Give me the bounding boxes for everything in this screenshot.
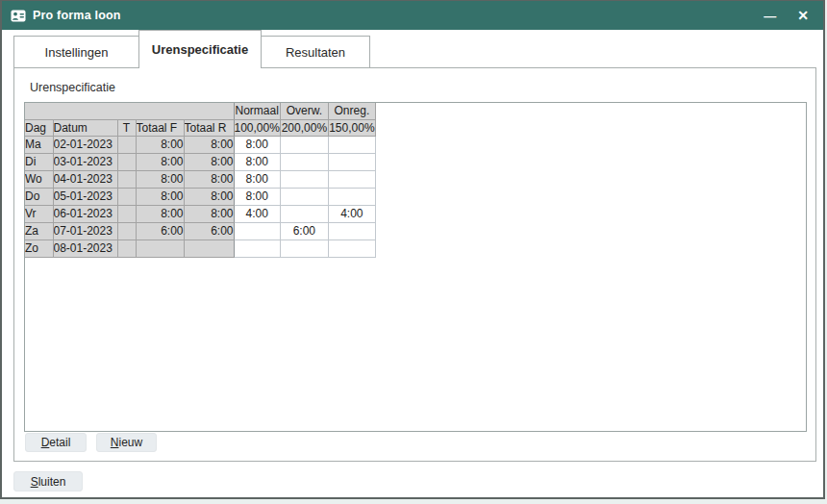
tab-resultaten[interactable]: Resultaten [261, 36, 370, 67]
group-header-row: Normaal Overw. Onreg. [25, 103, 375, 119]
group-header-onreg: Onreg. [328, 103, 375, 119]
grid-data-cell[interactable] [328, 170, 375, 188]
grid-fixed-cell[interactable] [117, 170, 136, 188]
grid-data-cell[interactable] [234, 239, 280, 257]
grid-data-cell[interactable]: 4:00 [234, 205, 280, 222]
tab-instellingen[interactable]: Instellingen [13, 36, 139, 67]
grid-fixed-cell[interactable]: Za [25, 222, 53, 239]
grid-fixed-cell[interactable]: 07-01-2023 [53, 222, 117, 239]
grid-fixed-cell[interactable]: 04-01-2023 [53, 170, 117, 188]
minimize-icon[interactable]: — [761, 8, 779, 24]
grid-data-cell[interactable]: 8:00 [234, 188, 280, 205]
column-header-row: Dag Datum T Totaal F Totaal R 100,00% 20… [25, 119, 375, 136]
grid-fixed-cell[interactable]: 8:00 [136, 205, 184, 222]
grid-fixed-cell[interactable]: 8:00 [136, 136, 184, 153]
col-header-totaal-r: Totaal R [184, 119, 234, 136]
col-header-datum: Datum [53, 119, 117, 136]
grid-data-cell[interactable] [328, 239, 375, 257]
grid-fixed-cell[interactable] [117, 153, 136, 170]
grid-row: Vr06-01-20238:008:004:004:00 [25, 205, 375, 222]
grid-fixed-cell[interactable]: Di [25, 153, 53, 170]
grid-data-cell[interactable] [280, 136, 328, 153]
grid-data-cell[interactable]: 6:00 [280, 222, 328, 239]
grid-data-cell[interactable]: 8:00 [234, 170, 280, 188]
col-header-t: T [117, 119, 136, 136]
grid-data-cell[interactable] [234, 222, 280, 239]
grid-fixed-cell[interactable]: 06-01-2023 [53, 205, 117, 222]
grid-data-cell[interactable] [328, 136, 375, 153]
group-header-normaal: Normaal [234, 103, 280, 119]
grid-fixed-cell[interactable]: Wo [25, 170, 53, 188]
grid-row: Di03-01-20238:008:008:00 [25, 153, 375, 170]
nieuw-button[interactable]: Nieuw [96, 433, 157, 452]
col-header-normaal-pct: 100,00% [234, 119, 280, 136]
grid-data-cell[interactable] [280, 205, 328, 222]
titlebar[interactable]: Pro forma loon — ✕ [2, 1, 823, 30]
grid-row: Ma02-01-20238:008:008:00 [25, 136, 375, 153]
grid-fixed-cell[interactable]: 05-01-2023 [53, 188, 117, 205]
grid-data-cell[interactable] [280, 170, 328, 188]
grid-fixed-cell[interactable]: 6:00 [184, 222, 234, 239]
window-title: Pro forma loon [33, 9, 121, 22]
grid-fixed-cell[interactable]: 8:00 [136, 188, 184, 205]
tab-label: Instellingen [45, 45, 109, 60]
grid-row: Do05-01-20238:008:008:00 [25, 188, 375, 205]
grid-fixed-cell[interactable] [117, 239, 136, 257]
grid-data-cell[interactable]: 4:00 [328, 205, 375, 222]
grid-fixed-cell[interactable] [117, 136, 136, 153]
col-header-totaal-f: Totaal F [136, 119, 184, 136]
grid-fixed-cell[interactable]: Vr [25, 205, 53, 222]
sluiten-button[interactable]: Sluiten [13, 471, 83, 491]
grid-fixed-cell[interactable]: 8:00 [136, 170, 184, 188]
grid-data-cell[interactable] [280, 188, 328, 205]
proforma-dialog: Pro forma loon — ✕ Instellingen Urenspec… [0, 0, 825, 499]
grid-row: Za07-01-20236:006:006:00 [25, 222, 375, 239]
grid-row: Wo04-01-20238:008:008:00 [25, 170, 375, 188]
grid-data-cell[interactable] [328, 153, 375, 170]
hours-table: Normaal Overw. Onreg. Dag Datum T Totaal… [25, 103, 376, 258]
grid-fixed-cell[interactable]: 02-01-2023 [53, 136, 117, 153]
tab-urenspecificatie[interactable]: Urenspecificatie [138, 30, 262, 68]
window-controls: — ✕ [761, 7, 812, 24]
employee-card-icon [11, 10, 26, 22]
grid-data-cell[interactable] [280, 153, 328, 170]
grid-fixed-cell[interactable] [117, 222, 136, 239]
detail-button[interactable]: Detail [25, 433, 87, 452]
section-label: Urenspecificatie [30, 81, 115, 94]
close-icon[interactable]: ✕ [794, 7, 812, 24]
grid-data-cell[interactable]: 8:00 [234, 136, 280, 153]
grid-fixed-cell[interactable]: 8:00 [184, 136, 234, 153]
grid-fixed-cell[interactable] [117, 205, 136, 222]
grid-fixed-cell[interactable]: 8:00 [184, 153, 234, 170]
group-header-spacer [25, 103, 234, 119]
grid-fixed-cell[interactable] [117, 188, 136, 205]
grid-data-cell[interactable]: 8:00 [234, 153, 280, 170]
col-header-dag: Dag [25, 119, 53, 136]
grid-fixed-cell[interactable] [184, 239, 234, 257]
grid-data-cell[interactable] [328, 222, 375, 239]
grid-fixed-cell[interactable]: 8:00 [136, 153, 184, 170]
grid-data-cell[interactable] [280, 239, 328, 257]
col-header-overw-pct: 200,00% [280, 119, 328, 136]
grid-fixed-cell[interactable]: 8:00 [184, 188, 234, 205]
grid-fixed-cell[interactable] [136, 239, 184, 257]
grid-fixed-cell[interactable]: 6:00 [136, 222, 184, 239]
hours-grid[interactable]: Normaal Overw. Onreg. Dag Datum T Totaal… [24, 102, 807, 432]
grid-fixed-cell[interactable]: Zo [25, 239, 53, 257]
grid-fixed-cell[interactable]: Do [25, 188, 53, 205]
tab-strip: Instellingen Urenspecificatie Resultaten [13, 30, 370, 67]
grid-row: Zo08-01-2023 [25, 239, 375, 257]
grid-fixed-cell[interactable]: 08-01-2023 [53, 239, 117, 257]
group-header-overw: Overw. [280, 103, 328, 119]
col-header-onreg-pct: 150,00% [328, 119, 375, 136]
tab-label: Urenspecificatie [152, 42, 248, 57]
grid-data-cell[interactable] [328, 188, 375, 205]
grid-fixed-cell[interactable]: 8:00 [184, 205, 234, 222]
grid-fixed-cell[interactable]: 8:00 [184, 170, 234, 188]
urenspecificatie-panel: Urenspecificatie Normaal Overw. Onreg. [13, 67, 816, 462]
tab-label: Resultaten [286, 45, 345, 60]
grid-fixed-cell[interactable]: 03-01-2023 [53, 153, 117, 170]
grid-fixed-cell[interactable]: Ma [25, 136, 53, 153]
